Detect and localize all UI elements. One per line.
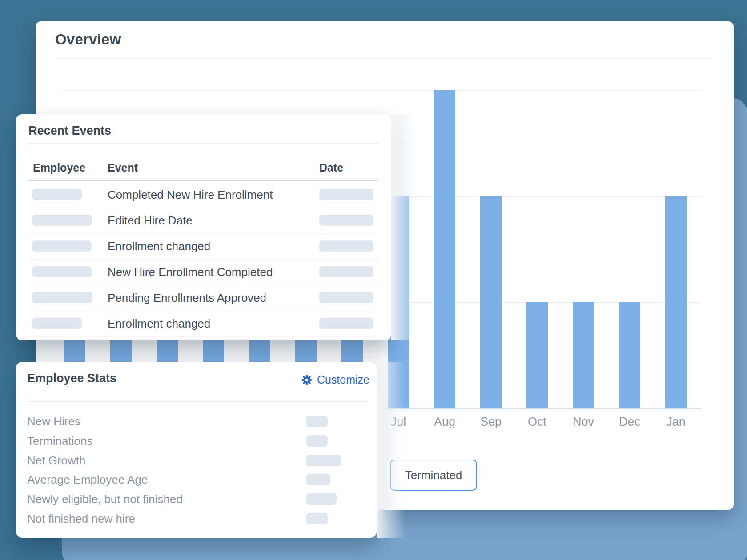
employee-placeholder xyxy=(32,240,92,252)
gridline xyxy=(62,90,701,91)
stat-value-placeholder xyxy=(306,455,341,466)
customize-label: Customize xyxy=(317,373,369,386)
card-divider xyxy=(27,401,367,402)
x-axis-label: Aug xyxy=(423,415,466,429)
employee-placeholder xyxy=(32,215,92,226)
x-axis-label: Nov xyxy=(562,415,605,429)
stat-value-placeholder xyxy=(306,435,328,447)
table-row: Enrollment changed xyxy=(28,233,379,260)
x-axis-label: Jan xyxy=(655,415,697,429)
dashboard-canvas: Overview JulAugSepOctNovDecJan Terminate… xyxy=(0,0,747,560)
stat-row: Net Growth xyxy=(27,451,365,470)
recent-events-title: Recent Events xyxy=(28,124,111,138)
recent-events-card: Recent Events Employee Event Date Comple… xyxy=(16,114,391,340)
header-underline xyxy=(28,180,379,181)
date-placeholder xyxy=(319,215,374,226)
stat-label: Average Employee Age xyxy=(27,470,148,489)
stat-row: Newly eligible, but not finished xyxy=(27,489,365,509)
date-placeholder xyxy=(319,318,374,329)
column-header-employee: Employee xyxy=(33,161,85,174)
event-text: Edited Hire Date xyxy=(108,208,193,233)
employee-placeholder xyxy=(32,189,82,200)
chart-bar xyxy=(665,196,687,408)
event-text: Pending Enrollments Approved xyxy=(108,285,266,311)
stat-value-placeholder xyxy=(306,513,328,524)
employee-placeholder xyxy=(32,292,92,303)
customize-button[interactable]: Customize xyxy=(301,373,369,386)
x-axis-label: Sep xyxy=(470,415,512,429)
date-placeholder xyxy=(319,266,374,277)
event-text: Completed New Hire Enrollment xyxy=(108,182,273,208)
stat-row: Terminations xyxy=(27,431,365,451)
stat-label: Net Growth xyxy=(27,451,86,470)
chart-bar xyxy=(434,90,455,408)
stat-value-placeholder xyxy=(306,474,330,485)
stat-label: New Hires xyxy=(27,412,80,431)
stat-row: Average Employee Age xyxy=(27,470,365,489)
stat-row: New Hires xyxy=(27,412,365,431)
date-placeholder xyxy=(319,292,374,303)
stat-label: Not finished new hire xyxy=(27,509,135,528)
date-placeholder xyxy=(319,189,374,200)
table-row: Pending Enrollments Approved xyxy=(28,285,379,311)
stat-value-placeholder xyxy=(306,416,328,427)
gear-icon xyxy=(301,374,313,386)
card-divider xyxy=(28,143,379,144)
chart-bar xyxy=(619,302,640,408)
table-row: Completed New Hire Enrollment xyxy=(28,182,379,208)
event-text: Enrollment changed xyxy=(108,311,210,336)
column-header-event: Event xyxy=(108,161,138,174)
stat-label: Newly eligible, but not finished xyxy=(27,489,183,509)
chart-bar xyxy=(526,302,548,408)
table-row: New Hire Enrollment Completed xyxy=(28,259,379,285)
stat-value-placeholder xyxy=(306,493,337,505)
x-axis-label: Dec xyxy=(608,415,651,429)
employee-placeholder xyxy=(32,266,92,277)
table-row: Edited Hire Date xyxy=(28,208,379,234)
event-text: Enrollment changed xyxy=(108,233,210,259)
column-header-date: Date xyxy=(319,161,343,174)
employee-stats-card: Employee Stats Customize New HiresTermin… xyxy=(16,362,377,538)
employee-placeholder xyxy=(32,318,82,329)
employee-stats-title: Employee Stats xyxy=(27,372,116,385)
x-axis-label: Jul xyxy=(377,415,420,429)
x-axis-label: Oct xyxy=(516,415,558,429)
event-text: New Hire Enrollment Completed xyxy=(108,259,273,285)
date-placeholder xyxy=(319,240,374,252)
stat-row: Not finished new hire xyxy=(27,509,365,528)
legend-terminated-button[interactable]: Terminated xyxy=(390,460,477,491)
chart-bar xyxy=(480,196,502,408)
stat-label: Terminations xyxy=(27,431,92,451)
chart-bar xyxy=(573,302,594,408)
table-row: Enrollment changed xyxy=(28,311,379,337)
